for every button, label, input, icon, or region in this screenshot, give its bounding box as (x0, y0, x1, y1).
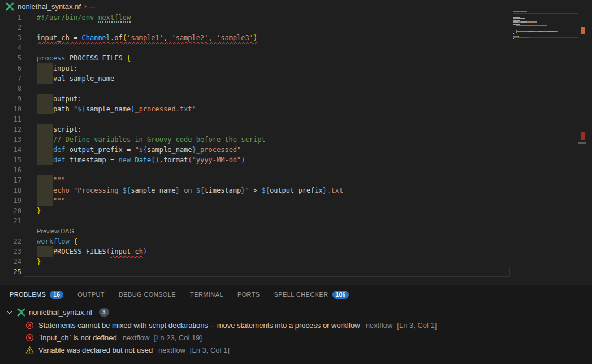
line-number: 14 (0, 145, 21, 155)
panel-tab-bar: PROBLEMS16OUTPUTDEBUG CONSOLETERMINALPOR… (0, 285, 592, 304)
code-line[interactable]: 16 (0, 165, 578, 175)
nextflow-file-icon (6, 2, 14, 11)
problem-message: Statements cannot be mixed with script d… (38, 321, 360, 330)
indent-highlight (37, 63, 53, 73)
line-number: 17 (0, 175, 21, 185)
breadcrumb-file[interactable]: nonlethal_syntax.nf (18, 2, 81, 11)
line-number: 12 (0, 124, 21, 135)
problem-source: nextflow (123, 333, 150, 342)
breadcrumb-separator: › (84, 2, 87, 10)
code-line[interactable]: 20} (0, 206, 578, 216)
line-number: 21 (0, 216, 21, 226)
panel-tab-output[interactable]: OUTPUT (77, 285, 105, 304)
problem-message: `input_ch` is not defined (38, 333, 117, 342)
code-line[interactable]: 23 PROCESS_FILES(input_ch) (0, 246, 578, 257)
indent-highlight (37, 155, 53, 165)
code-text: process PROCESS_FILES { (37, 53, 131, 63)
indent-highlight (37, 104, 53, 114)
line-number: 2 (0, 23, 21, 33)
warning-icon (25, 346, 34, 354)
code-line[interactable]: 4 (0, 43, 578, 53)
chevron-down-icon[interactable] (6, 308, 14, 316)
line-number: 16 (0, 165, 21, 175)
panel-tab-spell-checker[interactable]: SPELL CHECKER106 (274, 285, 349, 304)
nextflow-file-icon (17, 308, 25, 317)
line-number: 22 (0, 236, 21, 246)
line-number: 11 (0, 114, 21, 124)
code-line[interactable]: 14 def output_prefix = "${sample_name}_p… (0, 145, 578, 155)
code-line[interactable]: 3input_ch = Channel.of('sample1', 'sampl… (0, 33, 578, 43)
code-text: workflow { (37, 236, 77, 246)
line-number: 19 (0, 196, 21, 206)
indent-highlight (37, 145, 53, 155)
code-line[interactable]: 5process PROCESS_FILES { (0, 53, 578, 63)
line-number: 15 (0, 155, 21, 165)
code-line[interactable]: 15 def timestamp = new Date().format("yy… (0, 155, 578, 165)
error-icon (25, 321, 34, 330)
scrollbar-overview-ruler[interactable] (578, 6, 586, 284)
line-number: 13 (0, 135, 21, 145)
code-text: PROCESS_FILES(input_ch) (37, 246, 147, 257)
code-line[interactable]: 17 """ (0, 175, 578, 185)
code-line[interactable]: 6 input: (0, 63, 578, 73)
codelens-preview-dag[interactable]: Preview DAG (37, 226, 74, 236)
vscode-window: nonlethal_syntax.nf › ... 1#!/usr/bin/en… (0, 0, 592, 364)
problems-file-row[interactable]: nonlethal_syntax.nf 3 (0, 305, 592, 319)
code-line[interactable]: 13 // Define variables in Groovy code be… (0, 135, 578, 145)
code-editor[interactable]: 1#!/usr/bin/env nextflow23input_ch = Cha… (0, 12, 578, 277)
code-line[interactable]: 1#!/usr/bin/env nextflow (0, 12, 578, 23)
code-text: path "${sample_name}_processed.txt" (37, 104, 196, 114)
diagnostic-marker (581, 27, 585, 34)
minimap[interactable] (513, 11, 578, 41)
line-number: 7 (0, 73, 21, 84)
breadcrumb[interactable]: nonlethal_syntax.nf › ... (0, 0, 592, 12)
panel-tab-debug-console[interactable]: DEBUG CONSOLE (119, 285, 176, 304)
problem-row[interactable]: Variable was declared but not usednextfl… (0, 344, 592, 356)
code-line[interactable]: 11 (0, 114, 578, 124)
indent-highlight (37, 246, 53, 257)
problem-source: nextflow (366, 321, 393, 330)
code-line[interactable]: 19 """ (0, 196, 578, 206)
line-number: 25 (0, 267, 21, 277)
line-number: 18 (0, 185, 21, 196)
code-line[interactable]: 12 script: (0, 124, 578, 135)
line-number (0, 226, 21, 236)
problem-row[interactable]: `input_ch` is not definednextflow[Ln 23,… (0, 331, 592, 344)
breadcrumb-more[interactable]: ... (90, 2, 96, 10)
error-icon (25, 333, 34, 342)
panel-tab-ports[interactable]: PORTS (237, 285, 260, 304)
code-line[interactable]: 18 echo "Processing ${sample_name} on ${… (0, 185, 578, 196)
code-line[interactable]: 22workflow { (0, 236, 578, 246)
line-number: 23 (0, 246, 21, 257)
code-text: echo "Processing ${sample_name} on ${tim… (37, 185, 343, 196)
panel-tab-terminal[interactable]: TERMINAL (190, 285, 223, 304)
line-number: 8 (0, 84, 21, 94)
indent-highlight (37, 175, 53, 185)
code-text: } (37, 206, 41, 216)
problem-location: [Ln 23, Col 19] (154, 333, 202, 342)
problem-row[interactable]: Statements cannot be mixed with script d… (0, 319, 592, 331)
line-number: 9 (0, 94, 21, 104)
code-line[interactable]: 9 output: (0, 94, 578, 104)
code-line[interactable]: 7 val sample_name (0, 73, 578, 84)
current-line-highlight (24, 267, 510, 277)
scrollbar-slider-edge (578, 142, 586, 144)
code-text: } (37, 257, 41, 267)
code-line[interactable]: 21 (0, 216, 578, 226)
problems-file-name: nonlethal_syntax.nf (29, 308, 92, 317)
panel-tab-problems[interactable]: PROBLEMS16 (10, 285, 63, 304)
diagnostic-marker (581, 132, 585, 140)
indent-highlight (37, 135, 53, 145)
line-number: 20 (0, 206, 21, 216)
codelens-row[interactable]: Preview DAG (0, 226, 578, 236)
code-line[interactable]: 24} (0, 257, 578, 267)
code-text: input_ch = Channel.of('sample1', 'sample… (37, 33, 257, 43)
code-line[interactable]: 8 (0, 84, 578, 94)
line-number: 5 (0, 53, 21, 63)
code-line[interactable]: 10 path "${sample_name}_processed.txt" (0, 104, 578, 114)
problems-list: Statements cannot be mixed with script d… (0, 319, 592, 356)
code-text: #!/usr/bin/env nextflow (37, 12, 131, 23)
indent-highlight (37, 185, 53, 196)
code-line[interactable]: 2 (0, 23, 578, 33)
indent-highlight (37, 94, 53, 104)
